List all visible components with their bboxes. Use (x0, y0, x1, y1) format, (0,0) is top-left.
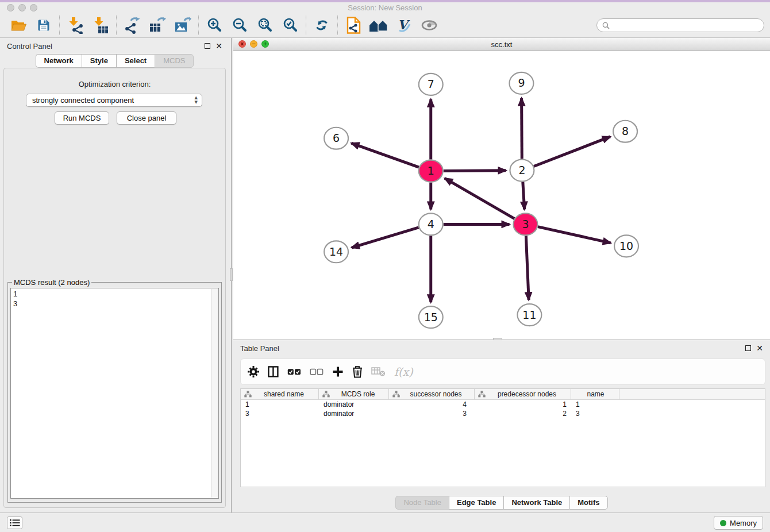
control-panel-float-button[interactable] (205, 43, 210, 49)
close-panel-button[interactable]: Close panel (117, 111, 176, 125)
network-minimize-button[interactable]: − (250, 40, 257, 48)
graph-node-9[interactable]: 9 (509, 72, 533, 94)
column-header-predecessor-nodes[interactable]: predecessor nodes (475, 389, 571, 399)
table-row[interactable]: 1 dominator 4 1 1 (241, 400, 765, 409)
visibility-button[interactable] (417, 14, 442, 36)
column-header-successor-nodes[interactable]: successor nodes (389, 389, 475, 399)
delete-column-button[interactable] (352, 365, 363, 378)
node-table: shared name MCDS role successor nodes pr… (240, 388, 765, 487)
graph-edge-3-11[interactable] (526, 236, 529, 300)
graph-node-1[interactable]: 1 (419, 160, 443, 182)
mcds-result-list[interactable]: 1 3 (10, 288, 219, 499)
graph-node-6[interactable]: 6 (324, 128, 348, 149)
tab-mcds[interactable]: MCDS (155, 54, 194, 68)
save-session-button[interactable] (31, 14, 56, 36)
graph-edge-3-1[interactable] (445, 178, 514, 218)
graph-edge-1-6[interactable] (351, 143, 419, 167)
search-input[interactable] (613, 21, 759, 30)
table-settings-button[interactable] (248, 366, 259, 377)
column-view-icon (268, 366, 279, 377)
graph-node-14[interactable]: 14 (324, 241, 348, 263)
deselect-all-button[interactable] (310, 368, 324, 376)
tab-node-table[interactable]: Node Table (395, 496, 449, 510)
tab-network-table[interactable]: Network Table (503, 496, 569, 510)
task-history-button[interactable] (7, 516, 22, 529)
function-builder-button[interactable]: f(x) (394, 365, 413, 378)
refresh-button[interactable] (309, 14, 334, 36)
vertical-splitter[interactable] (229, 38, 233, 512)
tab-select[interactable]: Select (116, 54, 155, 68)
table-panel-close-button[interactable]: ✕ (756, 345, 763, 351)
memory-label: Memory (730, 519, 757, 527)
tab-style[interactable]: Style (82, 54, 116, 68)
toggle-column-view-button[interactable] (268, 366, 279, 377)
add-column-button[interactable] (332, 366, 344, 377)
table-panel-header: Table Panel ✕ (233, 340, 770, 356)
cell-shared-name: 3 (241, 410, 319, 418)
cell-predecessor-nodes: 1 (475, 400, 571, 408)
import-network-button[interactable] (63, 14, 88, 36)
result-scrollbar[interactable] (211, 289, 218, 498)
optimization-criterion-select[interactable]: strongly connected component ▲▼ (26, 94, 202, 107)
zoom-fit-button[interactable] (252, 14, 278, 36)
memory-button[interactable]: Memory (714, 516, 763, 530)
network-zoom-button[interactable]: + (261, 40, 269, 48)
export-table-button[interactable] (145, 14, 170, 36)
import-table-icon (92, 17, 109, 34)
graph-edge-2-8[interactable] (534, 137, 610, 167)
window-minimize-button[interactable] (18, 4, 26, 11)
window-close-button[interactable] (7, 4, 14, 11)
control-panel: Control Panel ✕ Network Style Select MCD… (0, 38, 229, 512)
new-network-from-selection-button[interactable] (341, 14, 366, 36)
graph-edge-4-14[interactable] (352, 228, 419, 248)
control-panel-close-button[interactable]: ✕ (215, 43, 222, 49)
delete-table-button[interactable] (371, 367, 386, 377)
column-header-shared-name[interactable]: shared name (241, 389, 319, 399)
tab-motifs[interactable]: Motifs (569, 496, 607, 510)
graph-node-11[interactable]: 11 (517, 304, 541, 326)
graph-node-4[interactable]: 4 (419, 213, 443, 235)
graph-node-15[interactable]: 15 (419, 306, 443, 328)
export-network-icon (124, 17, 141, 34)
graph-node-3[interactable]: 3 (513, 213, 537, 235)
network-close-button[interactable]: x (238, 40, 246, 48)
svg-text:7: 7 (428, 78, 434, 90)
homes-button[interactable] (366, 14, 391, 36)
export-image-button[interactable] (170, 14, 195, 36)
svg-text:2: 2 (518, 164, 525, 176)
column-header-name[interactable]: name (571, 389, 619, 399)
zoom-selected-button[interactable] (278, 14, 303, 36)
graph-edge-2-3[interactable] (523, 182, 525, 210)
cell-successor-nodes: 4 (389, 400, 475, 408)
v-swoosh-button[interactable]: V (391, 14, 417, 36)
mcds-panel: Optimization criterion: strongly connect… (3, 68, 226, 508)
graph-node-10[interactable]: 10 (614, 235, 638, 257)
table-row[interactable]: 3 dominator 3 2 3 (241, 409, 765, 418)
open-session-button[interactable] (6, 14, 31, 36)
splitter-handle[interactable] (230, 268, 233, 281)
tab-edge-table[interactable]: Edge Table (449, 496, 503, 510)
import-table-button[interactable] (88, 14, 113, 36)
network-window-title: scc.txt (491, 40, 513, 49)
eye-icon (421, 19, 438, 32)
select-all-button[interactable] (287, 368, 301, 376)
table-panel-float-button[interactable] (745, 345, 751, 351)
network-graph[interactable]: 7968124314101511 (233, 51, 770, 340)
search-field[interactable] (596, 18, 764, 32)
zoom-out-button[interactable] (227, 14, 252, 36)
window-zoom-button[interactable] (30, 4, 37, 11)
column-header-mcds-role[interactable]: MCDS role (319, 389, 389, 399)
network-canvas[interactable]: 7968124314101511 (233, 51, 770, 340)
graph-node-7[interactable]: 7 (419, 74, 443, 95)
network-view-window: x − + scc.txt 7968124314101511 (233, 38, 770, 340)
graph-node-2[interactable]: 2 (510, 160, 534, 182)
graph-node-8[interactable]: 8 (613, 121, 637, 142)
graph-edge-2-9[interactable] (522, 98, 522, 159)
graph-edge-1-2[interactable] (444, 171, 506, 171)
graph-edge-3-10[interactable] (538, 227, 611, 243)
export-network-button[interactable] (120, 14, 145, 36)
run-mcds-button[interactable]: Run MCDS (55, 111, 109, 125)
toolbar-separator (116, 16, 117, 35)
zoom-in-button[interactable] (202, 14, 227, 36)
tab-network[interactable]: Network (36, 54, 82, 68)
